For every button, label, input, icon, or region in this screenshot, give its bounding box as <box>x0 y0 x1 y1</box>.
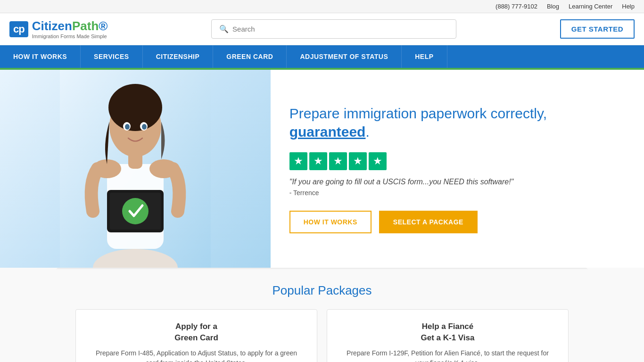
star-icon-5: ★ <box>373 155 382 167</box>
phone-number: (888) 777-9102 <box>495 3 537 10</box>
logo-text-area: CitizenPath® Immigration Forms Made Simp… <box>32 19 108 39</box>
star-4: ★ <box>349 152 367 170</box>
logo-icon: cp <box>9 21 28 37</box>
help-link[interactable]: Help <box>622 3 635 10</box>
learning-center-link[interactable]: Learning Center <box>569 3 612 10</box>
logo[interactable]: cp CitizenPath® Immigration Forms Made S… <box>9 19 107 39</box>
top-bar: (888) 777-9102 Blog Learning Center Help <box>0 0 644 13</box>
search-bar[interactable]: 🔍 <box>211 19 456 39</box>
svg-point-12 <box>142 124 147 130</box>
star-3: ★ <box>329 152 347 170</box>
hero-headline-line1: Prepare immigration paperwork correctly, <box>289 106 547 121</box>
hero-content: Prepare immigration paperwork correctly,… <box>271 70 644 268</box>
testimonial-author: - Terrence <box>289 189 616 197</box>
package-card-k1-visa: Help a FiancéGet a K-1 Visa Prepare Form… <box>327 309 569 362</box>
svg-point-15 <box>122 198 149 224</box>
hero-headline-period: . <box>365 124 369 140</box>
testimonial-quote: "If you are going to fill out a USCIS fo… <box>289 178 616 186</box>
package-k1-visa-title: Help a FiancéGet a K-1 Visa <box>340 321 555 344</box>
search-icon: 🔍 <box>219 25 229 33</box>
get-started-button[interactable]: GET STARTED <box>560 19 635 39</box>
blog-link[interactable]: Blog <box>547 3 559 10</box>
how-it-works-button[interactable]: HOW IT WORKS <box>289 211 372 233</box>
popular-packages-section: Popular Packages Apply for aGreen Card P… <box>0 268 644 362</box>
star-icon-4: ★ <box>353 155 363 167</box>
svg-point-8 <box>108 84 162 131</box>
logo-tagline: Immigration Forms Made Simple <box>32 33 108 39</box>
trustpilot-stars: ★ ★ ★ ★ ★ <box>289 152 616 170</box>
hero-headline: Prepare immigration paperwork correctly,… <box>289 104 616 141</box>
package-green-card-desc: Prepare Form I-485, Application to Adjus… <box>89 348 304 362</box>
star-icon-3: ★ <box>333 155 343 167</box>
hero-headline-guarantee: guaranteed <box>289 124 366 140</box>
star-icon-1: ★ <box>294 155 303 167</box>
logo-brand: CitizenPath® <box>32 19 108 33</box>
search-input[interactable] <box>232 25 448 33</box>
svg-point-11 <box>125 124 130 130</box>
nav-item-how-it-works[interactable]: HOW IT WORKS <box>0 45 81 68</box>
header: cp CitizenPath® Immigration Forms Made S… <box>0 13 644 45</box>
main-nav: HOW IT WORKS SERVICES CITIZENSHIP GREEN … <box>0 45 644 68</box>
star-5: ★ <box>369 152 387 170</box>
nav-item-services[interactable]: SERVICES <box>81 45 143 68</box>
popular-packages-title: Popular Packages <box>75 283 569 298</box>
nav-item-green-card[interactable]: GREEN CARD <box>213 45 287 68</box>
nav-item-citizenship[interactable]: CITIZENSHIP <box>143 45 214 68</box>
person-svg <box>60 70 211 268</box>
star-2: ★ <box>309 152 327 170</box>
hero-image-area <box>0 70 271 268</box>
star-1: ★ <box>289 152 307 170</box>
hero-person-image <box>0 70 271 268</box>
star-icon-2: ★ <box>314 155 323 167</box>
nav-item-help[interactable]: HELP <box>402 45 447 68</box>
package-k1-visa-desc: Prepare Form I-129F, Petition for Alien … <box>340 348 555 362</box>
hero-section: Prepare immigration paperwork correctly,… <box>0 70 644 268</box>
popular-packages: Popular Packages Apply for aGreen Card P… <box>57 268 587 362</box>
package-card-green-card: Apply for aGreen Card Prepare Form I-485… <box>75 309 317 362</box>
hero-buttons: HOW IT WORKS SELECT A PACKAGE <box>289 211 616 233</box>
nav-item-adjustment-of-status[interactable]: ADJUSTMENT OF STATUS <box>287 45 402 68</box>
packages-grid: Apply for aGreen Card Prepare Form I-485… <box>75 309 569 362</box>
package-green-card-title: Apply for aGreen Card <box>89 321 304 344</box>
select-package-button[interactable]: SELECT A PACKAGE <box>379 211 478 233</box>
